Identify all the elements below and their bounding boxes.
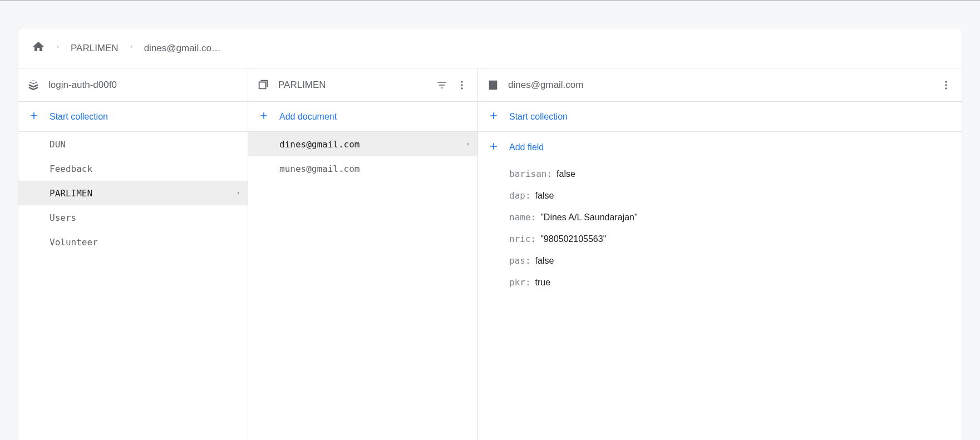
field-value: "Dines A/L Saundarajan" <box>540 212 637 223</box>
document-fields-area: Add field barisan:falsedap:falsename:"Di… <box>478 132 962 440</box>
three-column-layout: login-auth-d00f0 Start collection DUNFee… <box>18 68 962 440</box>
add-field-label: Add field <box>509 142 544 152</box>
more-vert-icon[interactable] <box>939 78 953 92</box>
document-detail-header: dines@gmail.com <box>478 68 962 102</box>
home-icon[interactable] <box>32 40 45 56</box>
field-value: true <box>535 278 551 288</box>
chevron-right-icon <box>55 42 61 54</box>
plus-icon <box>28 110 40 123</box>
document-item-label: dines@gmail.com <box>279 139 360 150</box>
collections-column: login-auth-d00f0 Start collection DUNFee… <box>18 68 248 440</box>
add-document-label: Add document <box>279 112 337 122</box>
data-panel: PARLIMEN dines@gmail.co… login-auth-d00f… <box>18 28 962 440</box>
document-field[interactable]: nric:"980502105563" <box>478 228 962 250</box>
collection-item[interactable]: Volunteer <box>18 230 248 254</box>
document-item[interactable]: munes@gmail.com <box>248 156 477 181</box>
filter-icon[interactable] <box>435 78 449 92</box>
field-key: name: <box>509 212 536 223</box>
collection-item-label: PARLIMEN <box>50 188 92 199</box>
collections-list: DUNFeedbackPARLIMENUsersVolunteer <box>18 132 248 440</box>
document-detail-title: dines@gmail.com <box>508 80 930 91</box>
field-key: nric: <box>509 234 536 244</box>
chevron-right-icon <box>465 140 471 149</box>
database-icon <box>27 79 40 91</box>
plus-icon <box>488 141 499 154</box>
field-key: dap: <box>509 190 531 201</box>
start-subcollection-label: Start collection <box>509 112 568 122</box>
add-document-button[interactable]: Add document <box>248 102 477 132</box>
field-key: barisan: <box>509 169 552 179</box>
collection-item-label: Feedback <box>50 164 92 174</box>
document-detail-column: dines@gmail.com Start collection <box>478 68 962 440</box>
add-field-button[interactable]: Add field <box>478 132 962 163</box>
collection-item-label: Volunteer <box>50 237 98 248</box>
plus-icon <box>258 110 269 123</box>
more-vert-icon[interactable] <box>455 78 469 92</box>
start-collection-label: Start collection <box>50 112 108 122</box>
svg-point-4 <box>945 84 947 86</box>
field-value: "980502105563" <box>540 234 606 244</box>
document-item-label: munes@gmail.com <box>279 164 360 174</box>
document-icon <box>487 79 499 91</box>
documents-column: PARLIMEN Add document dines@gmail.commun… <box>248 68 478 440</box>
collections-column-header: login-auth-d00f0 <box>18 68 248 102</box>
start-subcollection-button[interactable]: Start collection <box>478 102 962 132</box>
collection-item[interactable]: PARLIMEN <box>18 181 248 205</box>
breadcrumb-collection[interactable]: PARLIMEN <box>71 43 119 54</box>
document-field[interactable]: dap:false <box>478 185 962 206</box>
field-value: false <box>557 169 575 179</box>
collection-item[interactable]: Users <box>18 205 248 230</box>
documents-column-header: PARLIMEN <box>248 68 477 102</box>
breadcrumb-bar: PARLIMEN dines@gmail.co… <box>18 28 962 68</box>
chevron-right-icon <box>129 42 134 54</box>
collection-icon <box>257 79 269 91</box>
svg-point-0 <box>461 81 462 82</box>
svg-point-1 <box>461 84 462 86</box>
collection-item-label: Users <box>50 212 76 223</box>
documents-list: dines@gmail.communes@gmail.com <box>248 132 477 440</box>
chevron-right-icon <box>235 189 241 197</box>
collection-item[interactable]: Feedback <box>18 156 248 181</box>
document-field[interactable]: barisan:false <box>478 163 962 185</box>
collection-item[interactable]: DUN <box>18 132 248 156</box>
document-field[interactable]: name:"Dines A/L Saundarajan" <box>478 206 962 228</box>
field-key: pkr: <box>509 277 531 288</box>
svg-point-2 <box>461 87 462 89</box>
svg-point-3 <box>945 81 947 82</box>
svg-point-5 <box>945 87 947 89</box>
collection-item-label: DUN <box>50 139 66 150</box>
document-item[interactable]: dines@gmail.com <box>248 132 477 156</box>
field-value: false <box>535 191 554 201</box>
document-field[interactable]: pas:false <box>478 250 962 271</box>
start-collection-button[interactable]: Start collection <box>18 102 248 132</box>
documents-column-title: PARLIMEN <box>278 80 426 91</box>
field-value: false <box>535 256 554 266</box>
collections-column-title: login-auth-d00f0 <box>48 80 239 91</box>
field-key: pas: <box>509 255 531 266</box>
document-field[interactable]: pkr:true <box>478 271 962 293</box>
breadcrumb-document[interactable]: dines@gmail.co… <box>144 43 221 54</box>
plus-icon <box>488 110 499 123</box>
